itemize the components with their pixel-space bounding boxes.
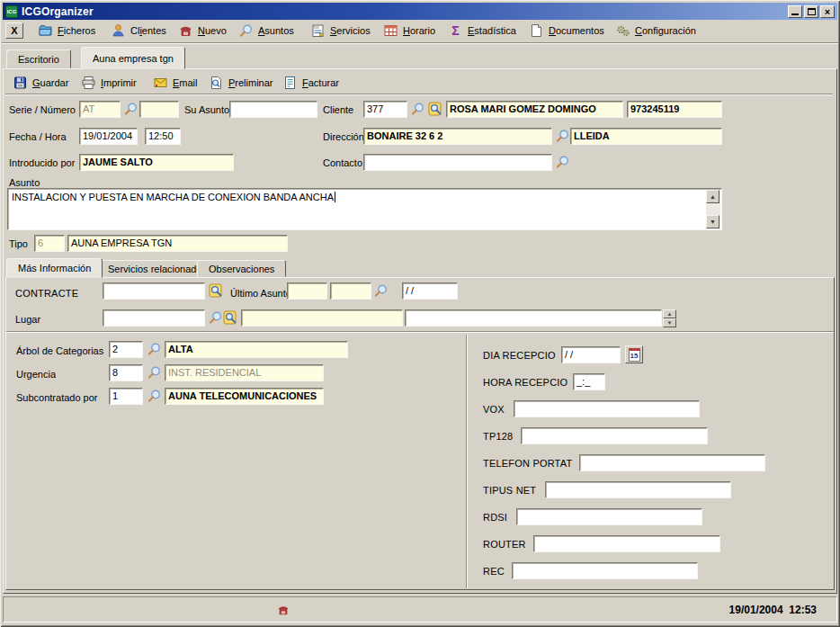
maximize-button[interactable] xyxy=(804,5,818,18)
tab-auna-empresa-tgn[interactable]: Auna empresa tgn xyxy=(81,47,185,69)
tab-escritorio[interactable]: Escritorio xyxy=(6,49,71,68)
menu-item-servicios[interactable]: Servicios xyxy=(310,22,371,40)
menu-item-ficheros[interactable]: Ficheros xyxy=(38,22,95,40)
lugar-name-field[interactable] xyxy=(241,309,403,327)
asunto-textarea[interactable]: INSTALACION Y PUESTA EN MARCHA DE CONEXI… xyxy=(7,188,722,230)
status-datetime: 19/01/2004 12:53 xyxy=(729,604,817,616)
arbol-categorias-code-field[interactable]: 2 xyxy=(109,341,143,358)
ultimo-asunto-fecha-field[interactable]: / / xyxy=(402,282,458,300)
arbol-categorias-value-field[interactable]: ALTA xyxy=(165,341,348,358)
button-label: Preliminar xyxy=(228,77,273,88)
contacto-search-icon[interactable] xyxy=(555,155,570,169)
lugar-detail-field[interactable] xyxy=(405,309,662,327)
urgencia-code-field[interactable]: 8 xyxy=(109,364,143,381)
dia-recepcio-field[interactable]: / / xyxy=(561,346,621,363)
menu-label: Horario xyxy=(403,25,435,36)
ultimo-asunto-serie-field[interactable] xyxy=(330,282,371,300)
poblacion-field[interactable]: LLEIDA xyxy=(570,128,722,145)
button-label: Email xyxy=(173,77,198,88)
imprimir-button[interactable]: Imprimir xyxy=(81,73,137,93)
lugar-code-field[interactable] xyxy=(103,309,205,327)
menu-item-estadistica[interactable]: Σ Estadística xyxy=(448,22,516,40)
tipo-descripcion-field[interactable]: AUNA EMPRESA TGN xyxy=(67,235,288,252)
lugar-view-icon[interactable] xyxy=(222,309,238,326)
tipus-net-field[interactable] xyxy=(545,481,731,498)
email-button[interactable]: Email xyxy=(153,73,198,93)
subcontratado-value-field[interactable]: AUNA TELECOMUNICACIONES xyxy=(165,388,324,405)
hora-field[interactable]: 12:50 xyxy=(145,128,181,145)
calendar-button[interactable]: 15 xyxy=(625,345,643,363)
menu-item-documentos[interactable]: Documentos xyxy=(529,22,604,40)
direccion-search-icon[interactable] xyxy=(555,129,570,143)
menu-label: Estadística xyxy=(468,25,516,36)
menu-item-asuntos[interactable]: Asuntos xyxy=(238,22,294,40)
cliente-label: Cliente xyxy=(323,104,353,115)
hora-recepcio-field[interactable]: _:_ xyxy=(573,373,605,390)
contracte-view-icon[interactable] xyxy=(208,282,224,299)
close-icon: × xyxy=(825,7,830,16)
menu-label: Documentos xyxy=(549,25,604,36)
cliente-nombre-field[interactable]: ROSA MARI GOMEZ DOMINGO xyxy=(446,101,623,118)
minimize-button[interactable] xyxy=(788,5,802,18)
titlebar[interactable]: ICG ICGOrganizer × xyxy=(3,3,837,20)
scroll-down-icon[interactable]: ▼ xyxy=(706,215,719,228)
cliente-telefono-field[interactable]: 973245119 xyxy=(627,101,722,118)
ultimo-asunto-numero-field[interactable] xyxy=(287,282,327,300)
close-button[interactable]: × xyxy=(820,5,835,18)
rec-label: REC xyxy=(483,566,505,577)
save-icon xyxy=(13,76,28,90)
introducido-por-field[interactable]: JAUME SALTO xyxy=(79,154,234,171)
lugar-search-icon[interactable] xyxy=(208,310,223,325)
fecha-field[interactable]: 19/01/2004 xyxy=(79,128,138,145)
client-icon xyxy=(111,23,126,38)
contacto-label: Contacto xyxy=(323,157,362,168)
cliente-search-icon[interactable] xyxy=(410,102,425,116)
tab-observaciones[interactable]: Observaciones xyxy=(197,260,286,277)
tp128-field[interactable] xyxy=(521,427,708,444)
cliente-codigo-field[interactable]: 377 xyxy=(363,101,407,118)
menu-item-nuevo[interactable]: Nuevo xyxy=(178,22,227,40)
menu-item-configuracion[interactable]: Configuración xyxy=(615,22,696,40)
cliente-view-icon[interactable] xyxy=(427,101,443,117)
tipo-codigo-field[interactable]: 6 xyxy=(34,235,65,252)
su-asunto-field[interactable] xyxy=(229,101,317,118)
spinner-down-icon[interactable]: ▼ xyxy=(663,318,676,327)
asunto-scrollbar[interactable]: ▲ ▼ xyxy=(706,190,720,228)
arbol-categorias-search-icon[interactable] xyxy=(147,342,162,356)
serie-field[interactable]: AT xyxy=(79,101,121,118)
arbol-categorias-label: Árbol de Categorias xyxy=(16,345,103,356)
direccion-field[interactable]: BONAIRE 32 6 2 xyxy=(363,128,552,145)
router-field[interactable] xyxy=(533,535,720,552)
ultimo-asunto-search-icon[interactable] xyxy=(373,283,389,298)
menu-item-horario[interactable]: Horario xyxy=(383,22,435,40)
vox-label: VOX xyxy=(483,404,505,415)
preliminar-button[interactable]: Preliminar xyxy=(209,73,273,93)
menu-item-clientes[interactable]: Clientes xyxy=(111,22,166,40)
menu-label: Ficheros xyxy=(58,25,95,36)
menubar-close-button[interactable]: X xyxy=(5,22,23,39)
telefon-portat-field[interactable] xyxy=(579,454,765,471)
contacto-field[interactable] xyxy=(363,154,552,171)
tipus-net-label: TIPUS NET xyxy=(483,485,536,496)
numero-field[interactable] xyxy=(139,101,179,118)
contracte-label: CONTRACTE xyxy=(15,288,78,299)
tab-mas-informacion[interactable]: Más Información xyxy=(6,258,103,278)
subcontratado-code-field[interactable]: 1 xyxy=(109,388,143,405)
direccion-label: Dirección xyxy=(323,131,364,142)
contracte-field[interactable] xyxy=(103,282,205,300)
rdsi-field[interactable] xyxy=(516,508,702,525)
facturar-button[interactable]: Facturar xyxy=(282,73,339,93)
rec-field[interactable] xyxy=(512,562,698,579)
app-logo-icon: ICG xyxy=(5,5,18,18)
guardar-button[interactable]: Guardar xyxy=(13,73,68,93)
vox-field[interactable] xyxy=(514,400,700,417)
printer-icon xyxy=(81,76,96,90)
serie-search-icon[interactable] xyxy=(123,102,139,116)
subcontratado-search-icon[interactable] xyxy=(147,389,162,403)
urgencia-value-field[interactable]: INST. RESIDENCIAL xyxy=(165,364,324,381)
phone-icon xyxy=(178,23,193,38)
scroll-up-icon[interactable]: ▲ xyxy=(706,190,719,203)
schedule-icon xyxy=(383,23,398,38)
urgencia-search-icon[interactable] xyxy=(147,365,162,380)
spinner-up-icon[interactable]: ▲ xyxy=(663,309,676,318)
